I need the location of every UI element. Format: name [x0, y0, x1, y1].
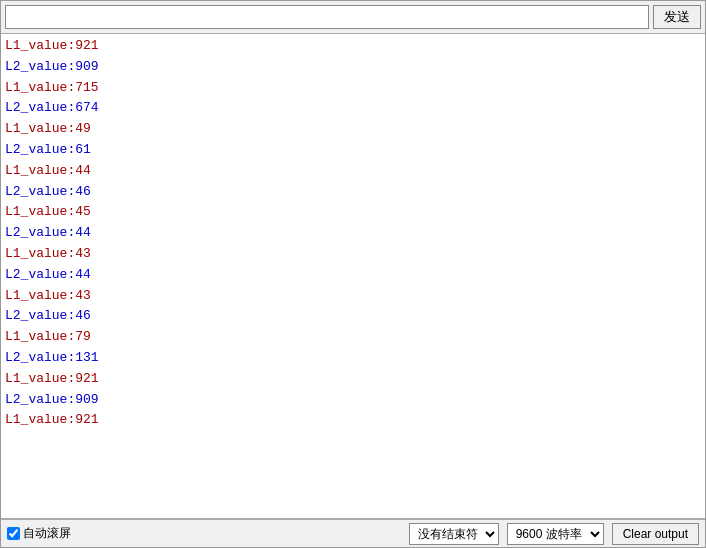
output-line: L1_value:45 — [5, 202, 701, 223]
status-bar: 自动滚屏 没有结束符换行符回车符回车换行 3001200240048009600… — [1, 519, 705, 547]
auto-scroll-label[interactable]: 自动滚屏 — [7, 525, 71, 542]
output-line: L2_value:909 — [5, 390, 701, 411]
baud-rate-select[interactable]: 3001200240048009600 波特率19200384005760011… — [507, 523, 604, 545]
output-line: L2_value:46 — [5, 306, 701, 327]
output-line: L1_value:49 — [5, 119, 701, 140]
output-line: L1_value:715 — [5, 78, 701, 99]
send-button[interactable]: 发送 — [653, 5, 701, 29]
output-line: L1_value:43 — [5, 286, 701, 307]
output-line: L1_value:921 — [5, 410, 701, 431]
output-line: L2_value:46 — [5, 182, 701, 203]
output-line: L1_value:921 — [5, 36, 701, 57]
line-ending-select[interactable]: 没有结束符换行符回车符回车换行 — [409, 523, 499, 545]
output-line: L2_value:44 — [5, 265, 701, 286]
output-line: L2_value:61 — [5, 140, 701, 161]
output-line: L1_value:43 — [5, 244, 701, 265]
app-container: 发送 L1_value:921L2_value:909L1_value:715L… — [0, 0, 706, 548]
output-line: L1_value:921 — [5, 369, 701, 390]
output-line: L2_value:44 — [5, 223, 701, 244]
output-area[interactable]: L1_value:921L2_value:909L1_value:715L2_v… — [1, 34, 705, 519]
input-bar: 发送 — [1, 1, 705, 34]
output-line: L2_value:131 — [5, 348, 701, 369]
output-line: L2_value:909 — [5, 57, 701, 78]
output-line: L1_value:44 — [5, 161, 701, 182]
auto-scroll-text: 自动滚屏 — [23, 525, 71, 542]
clear-output-button[interactable]: Clear output — [612, 523, 699, 545]
output-line: L1_value:79 — [5, 327, 701, 348]
auto-scroll-checkbox[interactable] — [7, 527, 20, 540]
message-input[interactable] — [5, 5, 649, 29]
output-line: L2_value:674 — [5, 98, 701, 119]
